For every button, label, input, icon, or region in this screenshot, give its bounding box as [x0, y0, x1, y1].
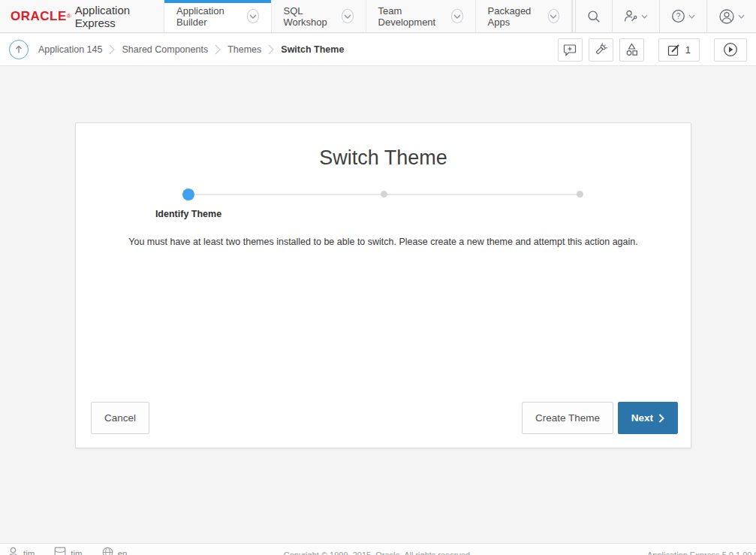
account-icon[interactable] [707, 0, 756, 32]
chevron-down-icon [641, 14, 648, 19]
wizard-step-2-dot [381, 191, 387, 198]
oracle-logo-text: ORACLE [11, 9, 67, 24]
breadcrumb-shared-components[interactable]: Shared Components [122, 44, 208, 55]
next-button-label: Next [631, 412, 653, 424]
next-button[interactable]: Next [618, 402, 678, 434]
administration-icon[interactable] [613, 0, 659, 32]
chevron-down-icon [738, 14, 745, 19]
page-title: Switch Theme [76, 146, 691, 170]
create-theme-button[interactable]: Create Theme [522, 402, 613, 434]
flashlight-icon [594, 43, 607, 56]
play-icon [723, 42, 738, 57]
tab-sql-workshop[interactable]: SQL Workshop [272, 0, 366, 32]
chevron-down-icon[interactable] [247, 9, 258, 23]
divider [572, 0, 573, 32]
page-footer: tim tim en Copyright © 1999, 2015, Oracl… [0, 543, 756, 555]
edit-page-button[interactable]: 1 [658, 38, 700, 62]
wizard-message: You must have at least two themes instal… [76, 237, 691, 247]
tab-label: Team Development [378, 5, 444, 28]
feedback-icon [563, 44, 577, 56]
tab-application-builder[interactable]: Application Builder [164, 0, 271, 32]
breadcrumb-bar: Application 145 Shared Components Themes… [0, 34, 756, 66]
run-application-button[interactable] [714, 38, 747, 62]
spotlight-search-button[interactable] [589, 38, 613, 62]
switch-theme-wizard-card: Switch Theme Identify Theme You must hav… [75, 122, 691, 448]
oracle-apex-logo: ORACLE® Application Express [0, 0, 164, 32]
svg-text:?: ? [676, 12, 681, 20]
edit-page-icon [667, 44, 680, 56]
chevron-right-icon [268, 44, 274, 55]
tab-label: Packaged Apps [488, 5, 541, 28]
chevron-down-icon [688, 14, 695, 19]
top-navigation-bar: ORACLE® Application Express Application … [0, 0, 756, 33]
registered-mark: ® [67, 13, 71, 20]
page-toolbar: 1 [552, 38, 747, 62]
tab-label: SQL Workshop [284, 5, 336, 28]
main-tabs: Application Builder SQL Workshop Team De… [164, 0, 572, 32]
chevron-down-icon[interactable] [548, 9, 559, 23]
up-arrow-icon[interactable] [9, 40, 29, 59]
tab-label: Application Builder [176, 5, 240, 28]
wizard-step-3-dot [577, 191, 583, 198]
product-name: Application Express [75, 4, 149, 29]
tab-packaged-apps[interactable]: Packaged Apps [476, 0, 572, 32]
chevron-right-icon [109, 44, 115, 55]
wizard-step-1-label: Identify Theme [121, 209, 256, 219]
cancel-button[interactable]: Cancel [91, 402, 149, 434]
feedback-button[interactable] [558, 38, 583, 62]
breadcrumb-themes[interactable]: Themes [227, 44, 261, 55]
chevron-right-icon [658, 414, 664, 423]
edit-page-number: 1 [685, 44, 691, 56]
chevron-down-icon[interactable] [451, 9, 462, 23]
breadcrumb-application[interactable]: Application 145 [38, 44, 102, 55]
version-text: Application Express 5.0.1.00.06 [647, 550, 756, 555]
header-utility-icons: ? [572, 0, 756, 32]
chevron-down-icon[interactable] [342, 9, 353, 23]
breadcrumb-current-switch-theme: Switch Theme [281, 44, 344, 55]
shared-components-button[interactable] [619, 38, 644, 62]
chevron-right-icon [215, 44, 221, 55]
copyright-text: Copyright © 1999, 2015, Oracle. All righ… [0, 550, 756, 555]
help-icon[interactable]: ? [660, 0, 706, 32]
tab-team-development[interactable]: Team Development [366, 0, 476, 32]
search-icon[interactable] [576, 0, 612, 32]
wizard-step-1-dot [182, 189, 194, 201]
shapes-icon [625, 43, 639, 56]
